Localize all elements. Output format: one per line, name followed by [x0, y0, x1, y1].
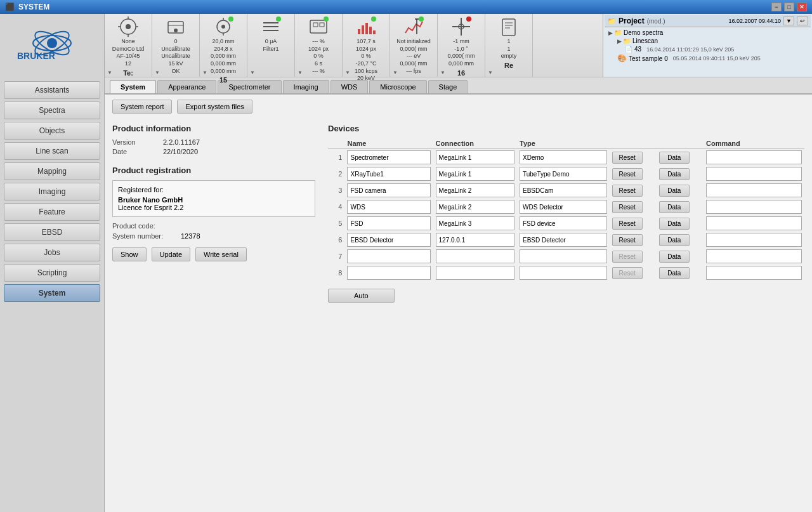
device-reset-btn-1[interactable]: Reset	[612, 152, 643, 164]
device-cmd-input-3[interactable]	[706, 183, 802, 197]
device-conn-input-2[interactable]	[436, 167, 514, 181]
device-type-input-4[interactable]	[520, 200, 607, 214]
sidebar-item-mapping[interactable]: Mapping	[4, 162, 100, 180]
sidebar-item-system[interactable]: System	[4, 284, 100, 302]
sidebar-item-ebsd[interactable]: EBSD	[4, 223, 100, 241]
export-files-btn[interactable]: Export system files	[177, 100, 252, 114]
system-report-btn[interactable]: System report	[112, 100, 172, 114]
device-reset-btn-5[interactable]: Reset	[612, 218, 643, 230]
device-data-btn-4[interactable]: Data	[659, 201, 690, 213]
device-reset-btn-6[interactable]: Reset	[612, 234, 643, 246]
gun-expand-icon: ▼	[107, 70, 112, 75]
tab-imaging[interactable]: Imaging	[283, 80, 329, 93]
module-imaging[interactable]: --- % 1024 px 0 % 6 s --- % ▼	[295, 14, 343, 77]
device-cmd-input-2[interactable]	[706, 167, 802, 181]
project-mod: (mod.)	[647, 18, 665, 25]
device-conn-input-8[interactable]	[436, 266, 514, 280]
sidebar-item-assistants[interactable]: Assistants	[4, 81, 100, 99]
module-filter[interactable]: 0 µA Filter1 ▼	[247, 14, 295, 77]
device-name-input-1[interactable]	[347, 150, 430, 164]
device-conn-input-7[interactable]	[436, 249, 514, 263]
module-electron-gun[interactable]: None DemoCo Ltd AF-10/45 12 Te: ▼	[105, 14, 152, 77]
device-data-btn-3[interactable]: Data	[659, 185, 690, 197]
close-btn[interactable]: ✕	[797, 3, 807, 11]
device-type-input-1[interactable]	[520, 150, 607, 164]
device-cmd-input-5[interactable]	[706, 216, 802, 230]
device-data-btn-7[interactable]: Data	[659, 251, 690, 263]
write-serial-btn[interactable]: Write serial	[195, 247, 247, 261]
sidebar-item-jobs[interactable]: Jobs	[4, 244, 100, 261]
device-type-input-8[interactable]	[520, 266, 607, 280]
tree-item-43[interactable]: 📄 43 16.04.2014 11:01:29 15,0 keV 205	[607, 45, 808, 53]
auto-btn[interactable]: Auto	[328, 289, 395, 303]
device-name-input-6[interactable]	[347, 233, 430, 247]
device-cmd-input-6[interactable]	[706, 233, 802, 247]
device-data-btn-1[interactable]: Data	[659, 152, 690, 164]
module-stage[interactable]: 20,0 mm 204,8 x 0,000 mm 0,000 mm 0,000 …	[200, 14, 247, 77]
sidebar-item-scripting[interactable]: Scripting	[4, 264, 100, 282]
minimize-btn[interactable]: −	[771, 3, 782, 11]
project-nav-btn[interactable]: ↩	[797, 16, 808, 25]
col-reset-header	[610, 138, 657, 149]
device-cmd-input-4[interactable]	[706, 200, 802, 214]
module-report[interactable]: 1 1 empty Re ▼	[485, 14, 533, 77]
device-conn-input-6[interactable]	[436, 233, 514, 247]
sidebar-item-line-scan[interactable]: Line scan	[4, 142, 100, 160]
sidebar-item-imaging[interactable]: Imaging	[4, 183, 100, 200]
device-type-input-7[interactable]	[520, 249, 607, 263]
project-dropdown-btn[interactable]: ▼	[783, 16, 794, 25]
device-name-input-8[interactable]	[347, 266, 430, 280]
device-reset-btn-8[interactable]: Reset	[612, 267, 643, 279]
svg-rect-19	[358, 29, 360, 34]
device-conn-input-5[interactable]	[436, 216, 514, 230]
module-beam[interactable]: -1 mm -1,0 ° 0,000( mm 0,000 mm 16 ▼	[438, 14, 485, 77]
tab-appearance[interactable]: Appearance	[157, 80, 216, 93]
device-data-btn-8[interactable]: Data	[659, 267, 690, 279]
device-type-input-6[interactable]	[520, 233, 607, 247]
tree-item-demo-spectra[interactable]: ▶ 📁 Demo spectra	[607, 29, 808, 37]
maximize-btn[interactable]: □	[784, 3, 794, 11]
device-name-input-3[interactable]	[347, 183, 430, 197]
tab-system[interactable]: System	[110, 80, 156, 93]
device-data-btn-2[interactable]: Data	[659, 168, 690, 180]
device-cmd-input-1[interactable]	[706, 150, 802, 164]
device-name-input-5[interactable]	[347, 216, 430, 230]
module-detector[interactable]: 0 Uncalibrate Uncalibrate 15 kV OK ▼	[152, 14, 200, 77]
svg-rect-23	[373, 30, 376, 34]
device-conn-input-1[interactable]	[436, 150, 514, 164]
device-name-input-4[interactable]	[347, 200, 430, 214]
device-conn-input-4[interactable]	[436, 200, 514, 214]
svg-rect-17	[313, 23, 318, 27]
device-data-btn-5[interactable]: Data	[659, 218, 690, 230]
device-reset-btn-4[interactable]: Reset	[612, 201, 643, 213]
show-btn[interactable]: Show	[112, 247, 147, 261]
tab-microscope[interactable]: Microscope	[369, 80, 426, 93]
wds-line3: --- eV	[407, 53, 421, 60]
tree-item-test-sample[interactable]: 🎨 Test sample 0 05.05.2014 09:40:11 15,0…	[607, 53, 808, 63]
update-btn[interactable]: Update	[152, 247, 190, 261]
tree-label-linescan: Linescan	[632, 37, 658, 44]
device-name-input-7[interactable]	[347, 249, 430, 263]
tree-item-linescan[interactable]: ▶ 📁 Linescan	[607, 37, 808, 45]
device-name-input-2[interactable]	[347, 167, 430, 181]
tab-spectrometer[interactable]: Spectrometer	[218, 80, 281, 93]
device-type-input-2[interactable]	[520, 167, 607, 181]
project-tree: ▶ 📁 Demo spectra ▶ 📁 Linescan 📄 43 16.04…	[605, 27, 811, 65]
device-conn-input-3[interactable]	[436, 183, 514, 197]
device-reset-btn-7[interactable]: Reset	[612, 251, 643, 263]
sidebar-item-objects[interactable]: Objects	[4, 122, 100, 140]
module-wds[interactable]: Not initialized 0,000( mm --- eV 0,000( …	[390, 14, 438, 77]
device-type-input-3[interactable]	[520, 183, 607, 197]
device-cmd-input-7[interactable]	[706, 249, 802, 263]
tab-stage[interactable]: Stage	[428, 80, 468, 93]
sidebar: BRUKER Assistants Spectra Objects Line s…	[0, 14, 105, 512]
sidebar-item-feature[interactable]: Feature	[4, 203, 100, 221]
device-cmd-input-8[interactable]	[706, 266, 802, 280]
device-type-input-5[interactable]	[520, 216, 607, 230]
sidebar-item-spectra[interactable]: Spectra	[4, 102, 100, 119]
device-reset-btn-3[interactable]: Reset	[612, 185, 643, 197]
file-icon-43: 📄	[625, 46, 632, 53]
device-reset-btn-2[interactable]: Reset	[612, 168, 643, 180]
module-spectrum[interactable]: 107,7 s 1024 px 0 % -20,7 °C 100 kcps 20…	[343, 14, 390, 77]
device-data-btn-6[interactable]: Data	[659, 234, 690, 246]
